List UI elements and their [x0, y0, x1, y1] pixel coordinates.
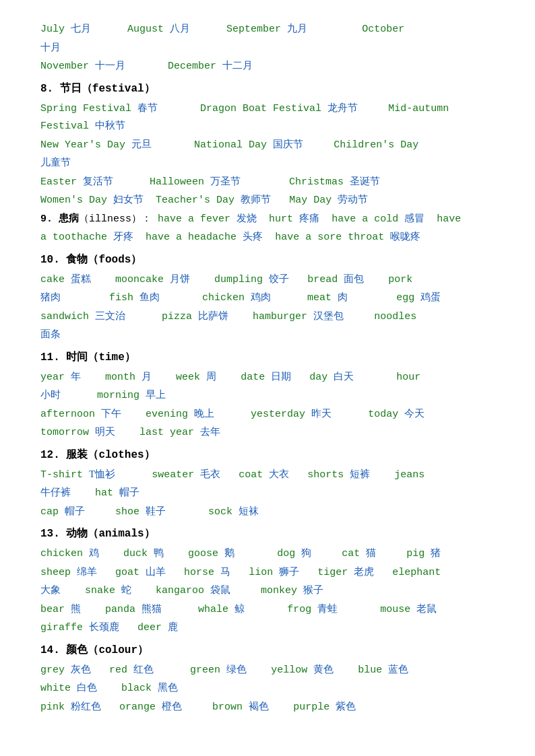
animals-line4: bear 熊 panda 熊猫 whale 鲸 frog 青蛙 mouse 老鼠: [40, 600, 495, 619]
section13-header: 13. 动物（animals）: [40, 524, 495, 543]
november-en: November: [40, 61, 89, 72]
time-line4: tomorrow 明天 last year 去年: [40, 423, 495, 442]
august-en: August: [127, 24, 164, 35]
section12-header: 12. 服装（clothes）: [40, 446, 495, 465]
december-zh: 十二月: [222, 60, 253, 71]
time-line3: afternoon 下午 evening 晚上 yesterday 昨天 tod…: [40, 405, 495, 423]
september-zh: 九月: [287, 23, 307, 34]
months-line3: November 十一月 December 十二月: [40, 57, 495, 75]
foods-line2: 猪肉 fish 鱼肉 chicken 鸡肉 meat 肉 egg 鸡蛋: [40, 289, 495, 307]
animals-line5: giraffe 长颈鹿 deer 鹿: [40, 619, 495, 637]
colour-line2: white 白色 black 黑色: [40, 679, 495, 697]
section9-line2: a toothache 牙疼 have a headache 头疼 have a…: [40, 228, 495, 246]
clothes-line1: T-shirt T恤衫 sweater 毛衣 coat 大衣 shorts 短裤…: [40, 466, 495, 484]
july-en: July: [40, 24, 65, 35]
section8-header: 8. 节日（festival）: [40, 79, 495, 98]
festival-line2b: 儿童节: [40, 154, 495, 172]
clothes-line3: cap 帽子 shoe 鞋子 sock 短袜: [40, 503, 495, 521]
page-content: July 七月 August 八月 September 九月 October 十…: [40, 20, 495, 716]
time-line2: 小时 morning 早上: [40, 386, 495, 405]
section10-header: 10. 食物（foods）: [40, 250, 495, 269]
festival-line4: Women's Day 妇女节 Teacher's Day 教师节 May Da…: [40, 191, 495, 209]
festival-line1: Spring Festival 春节 Dragon Boat Festival …: [40, 100, 495, 135]
section14-header: 14. 颜色（colour）: [40, 641, 495, 660]
section9-header: 9. 患病（illness）： have a fever 发烧 hurt 疼痛 …: [40, 210, 495, 228]
months-line1: July 七月 August 八月 September 九月 October: [40, 20, 495, 38]
animals-line2: sheep 绵羊 goat 山羊 horse 马 lion 狮子 tiger 老…: [40, 563, 495, 582]
time-line1: year 年 month 月 week 周 date 日期 day 白天 hou…: [40, 368, 495, 386]
colour-line1: grey 灰色 red 红色 green 绿色 yellow 黄色 blue 蓝…: [40, 661, 495, 679]
animals-line1: chicken 鸡 duck 鸭 goose 鹅 dog 狗 cat 猫 pig…: [40, 545, 495, 563]
colour-line3: pink 粉红色 orange 橙色 brown 褐色 purple 紫色: [40, 698, 495, 716]
august-zh: 八月: [170, 23, 190, 34]
festival-line2: New Year's Day 元旦 National Day 国庆节 Child…: [40, 136, 495, 154]
december-en: December: [168, 61, 216, 72]
section11-header: 11. 时间（time）: [40, 348, 495, 367]
festival-line3: Easter 复活节 Halloween 万圣节 Christmas 圣诞节: [40, 173, 495, 191]
months-line2: 十月: [40, 39, 495, 57]
foods-line1: cake 蛋糕 mooncake 月饼 dumpling 饺子 bread 面包…: [40, 271, 495, 289]
foods-line3: sandwich 三文治 pizza 比萨饼 hamburger 汉堡包 noo…: [40, 308, 495, 326]
october-en: October: [362, 24, 404, 35]
november-zh: 十一月: [95, 60, 125, 71]
september-en: September: [226, 24, 281, 35]
july-zh: 七月: [71, 23, 91, 34]
animals-line3: 大象 snake 蛇 kangaroo 袋鼠 monkey 猴子: [40, 582, 495, 600]
clothes-line2: 牛仔裤 hat 帽子: [40, 484, 495, 502]
foods-line4: 面条: [40, 326, 495, 344]
october-zh: 十月: [40, 42, 61, 53]
